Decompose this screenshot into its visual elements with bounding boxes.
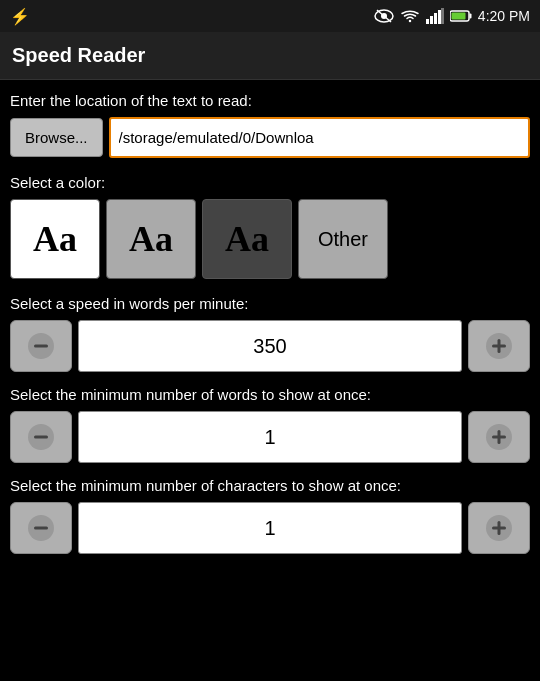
min-chars-increase-button[interactable] — [468, 502, 530, 554]
min-words-control-row: 1 — [10, 411, 530, 463]
speed-control-row: 350 — [10, 320, 530, 372]
svg-rect-25 — [498, 521, 501, 535]
min-chars-section: Select the minimum number of characters … — [10, 477, 530, 554]
min-words-value: 1 — [78, 411, 462, 463]
color-section: Select a color: Aa Aa Aa Other — [10, 174, 530, 279]
svg-rect-10 — [451, 13, 465, 20]
usb-icon: ⚡ — [10, 7, 30, 26]
file-location-row: Browse... — [10, 117, 530, 158]
plus-icon-2 — [485, 423, 513, 451]
minus-icon — [27, 332, 55, 360]
battery-icon — [450, 9, 472, 23]
speed-label: Select a speed in words per minute: — [10, 295, 530, 312]
speed-decrease-button[interactable] — [10, 320, 72, 372]
speed-increase-button[interactable] — [468, 320, 530, 372]
title-bar: Speed Reader — [0, 32, 540, 80]
location-label: Enter the location of the text to read: — [10, 92, 530, 109]
eye-icon — [374, 9, 394, 23]
browse-button[interactable]: Browse... — [10, 118, 103, 157]
color-label: Select a color: — [10, 174, 530, 191]
time-display: 4:20 PM — [478, 8, 530, 24]
swatch-dark[interactable]: Aa — [202, 199, 292, 279]
minus-icon-2 — [27, 423, 55, 451]
status-bar: ⚡ 4:20 PM — [0, 0, 540, 32]
plus-icon — [485, 332, 513, 360]
swatch-gray[interactable]: Aa — [106, 199, 196, 279]
status-right: 4:20 PM — [374, 8, 530, 24]
svg-rect-15 — [498, 339, 501, 353]
signal-icon — [426, 8, 444, 24]
svg-rect-5 — [434, 13, 437, 24]
svg-rect-3 — [426, 19, 429, 24]
file-path-input[interactable] — [109, 117, 530, 158]
svg-rect-17 — [34, 436, 48, 439]
speed-section: Select a speed in words per minute: 350 — [10, 295, 530, 372]
min-chars-control-row: 1 — [10, 502, 530, 554]
svg-rect-9 — [469, 14, 471, 19]
minus-icon-3 — [27, 514, 55, 542]
svg-rect-20 — [498, 430, 501, 444]
plus-icon-3 — [485, 514, 513, 542]
swatch-white[interactable]: Aa — [10, 199, 100, 279]
min-words-increase-button[interactable] — [468, 411, 530, 463]
svg-rect-12 — [34, 345, 48, 348]
swatch-other[interactable]: Other — [298, 199, 388, 279]
wifi-icon — [400, 8, 420, 24]
svg-line-2 — [377, 10, 391, 22]
color-options: Aa Aa Aa Other — [10, 199, 530, 279]
svg-rect-22 — [34, 527, 48, 530]
min-words-decrease-button[interactable] — [10, 411, 72, 463]
min-chars-label: Select the minimum number of characters … — [10, 477, 530, 494]
svg-rect-4 — [430, 16, 433, 24]
speed-value: 350 — [78, 320, 462, 372]
app-title: Speed Reader — [12, 44, 145, 67]
status-left: ⚡ — [10, 7, 30, 26]
min-words-section: Select the minimum number of words to sh… — [10, 386, 530, 463]
min-chars-decrease-button[interactable] — [10, 502, 72, 554]
min-chars-value: 1 — [78, 502, 462, 554]
main-content: Enter the location of the text to read: … — [0, 80, 540, 580]
svg-rect-6 — [438, 10, 441, 24]
svg-rect-7 — [441, 8, 444, 24]
min-words-label: Select the minimum number of words to sh… — [10, 386, 530, 403]
